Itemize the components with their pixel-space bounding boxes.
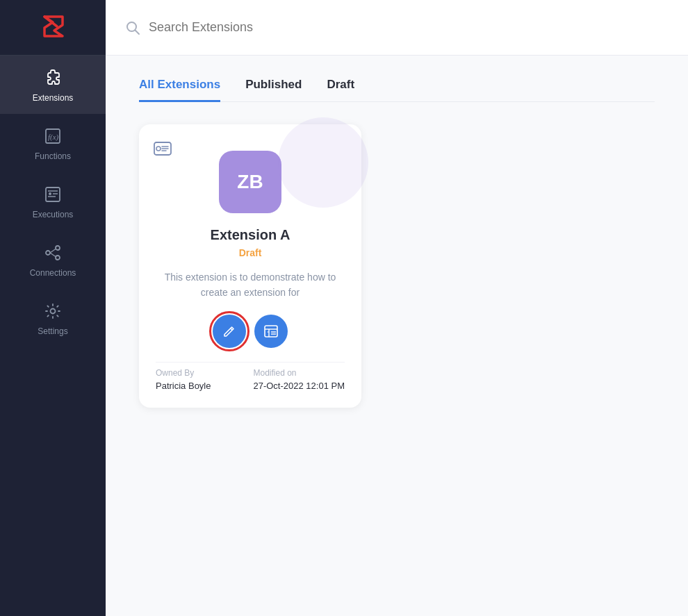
extensions-icon bbox=[42, 67, 64, 89]
main-area: All Extensions Published Draft bbox=[106, 0, 688, 616]
modified-value: 27-Oct-2022 12:01 PM bbox=[253, 381, 345, 391]
svg-point-7 bbox=[46, 251, 50, 255]
svg-text:f(x): f(x) bbox=[48, 133, 59, 142]
owner-value: Patricia Boyle bbox=[156, 381, 211, 391]
tab-all-extensions[interactable]: All Extensions bbox=[139, 78, 220, 102]
svg-point-8 bbox=[56, 246, 60, 250]
cards-grid: ZB Extension A Draft This extension is t… bbox=[139, 124, 655, 408]
view-icon bbox=[263, 324, 279, 339]
svg-point-16 bbox=[156, 147, 161, 151]
sidebar-item-settings-label: Settings bbox=[38, 326, 67, 336]
view-button[interactable] bbox=[254, 315, 288, 348]
sidebar-item-executions[interactable]: Executions bbox=[0, 172, 106, 231]
svg-point-3 bbox=[49, 192, 51, 195]
sidebar-item-settings[interactable]: Settings bbox=[0, 289, 106, 347]
search-bar bbox=[106, 0, 688, 56]
card-avatar: ZB bbox=[219, 151, 281, 213]
executions-icon bbox=[42, 183, 64, 206]
modified-label: Modified on bbox=[253, 368, 345, 378]
svg-point-9 bbox=[56, 256, 60, 260]
sidebar-item-connections[interactable]: Connections bbox=[0, 231, 106, 289]
content-area: All Extensions Published Draft bbox=[106, 56, 688, 616]
svg-rect-2 bbox=[46, 188, 60, 201]
sidebar-item-executions-label: Executions bbox=[33, 210, 74, 219]
functions-icon: f(x) bbox=[42, 125, 64, 147]
card-description: This extension is to demonstrate how to … bbox=[156, 269, 345, 301]
sidebar-item-extensions-label: Extensions bbox=[33, 93, 74, 103]
card-meta: Owned By Patricia Boyle Modified on 27-O… bbox=[156, 362, 345, 391]
owner-label: Owned By bbox=[156, 368, 211, 378]
app-logo bbox=[36, 11, 69, 44]
sidebar-item-connections-label: Connections bbox=[30, 268, 76, 278]
card-owner: Owned By Patricia Boyle bbox=[156, 368, 211, 391]
card-status: Draft bbox=[239, 247, 262, 258]
svg-point-12 bbox=[51, 309, 56, 314]
edit-button[interactable] bbox=[213, 315, 246, 348]
card-modified: Modified on 27-Oct-2022 12:01 PM bbox=[253, 368, 345, 391]
card-actions bbox=[213, 315, 288, 348]
svg-line-20 bbox=[231, 328, 233, 330]
sidebar: Extensions f(x) Functions Executions bbox=[0, 0, 106, 616]
card-title: Extension A bbox=[211, 227, 290, 243]
svg-line-11 bbox=[50, 253, 56, 257]
card-bg-decoration bbox=[278, 117, 368, 208]
sidebar-item-functions[interactable]: f(x) Functions bbox=[0, 114, 106, 172]
tab-draft[interactable]: Draft bbox=[327, 78, 354, 102]
connections-icon bbox=[42, 242, 64, 264]
search-icon bbox=[125, 20, 140, 35]
card-type-icon bbox=[153, 138, 178, 166]
extension-card: ZB Extension A Draft This extension is t… bbox=[139, 124, 361, 408]
svg-rect-21 bbox=[265, 326, 277, 337]
sidebar-item-functions-label: Functions bbox=[35, 151, 71, 161]
tabs: All Extensions Published Draft bbox=[139, 78, 655, 102]
tab-published[interactable]: Published bbox=[245, 78, 302, 102]
sidebar-item-extensions[interactable]: Extensions bbox=[0, 56, 106, 114]
settings-icon bbox=[42, 300, 64, 322]
svg-line-10 bbox=[50, 249, 56, 253]
edit-icon bbox=[222, 324, 236, 338]
search-input[interactable] bbox=[149, 20, 669, 35]
svg-line-14 bbox=[136, 30, 140, 34]
logo-area bbox=[0, 0, 106, 56]
